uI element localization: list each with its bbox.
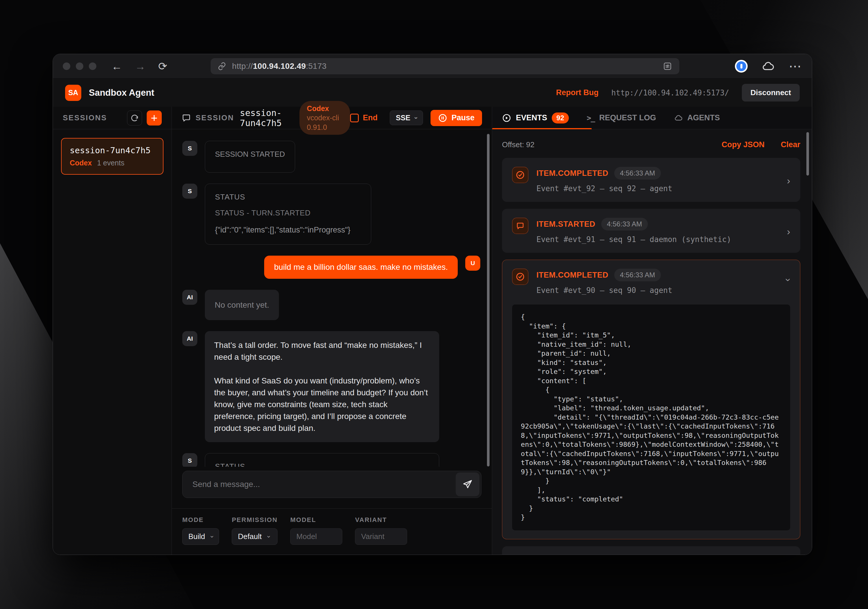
pause-button[interactable]: Pause: [431, 110, 482, 126]
user-avatar: U: [465, 256, 480, 270]
model-input[interactable]: [290, 528, 342, 545]
window-controls[interactable]: [63, 62, 96, 70]
mode-select[interactable]: Build›: [182, 528, 219, 545]
chat-panel: SESSION session-7un4c7h5 Codex vcodex-cl…: [172, 107, 492, 555]
status-card: STATUS STATUS - THREAD.TOKEN_USAGE.UPDAT…: [205, 453, 439, 467]
pause-icon: [438, 113, 447, 123]
check-circle-icon: [512, 269, 528, 285]
link-icon: [218, 62, 226, 71]
message-list[interactable]: S SESSION STARTED S STATUS STATUS - TURN…: [172, 129, 492, 467]
session-controls: MODE Build› PERMISSION Default› MODEL VA…: [172, 509, 492, 555]
chevron-down-icon: ›: [265, 536, 272, 538]
user-message-bubble: build me a billion dollar saas. make no …: [264, 256, 458, 279]
app-logo: SA: [65, 85, 81, 101]
event-card[interactable]: ITEM.STARTED4:56:33 AM Event #evt_89 – s…: [502, 546, 800, 555]
play-circle-icon: [502, 113, 511, 123]
event-card-expanded[interactable]: ITEM.COMPLETED4:56:33 AM Event #evt_90 –…: [502, 260, 800, 539]
event-json-payload: { "item": { "item_id": "itm_5", "native_…: [512, 304, 790, 530]
status-message-row: S STATUS STATUS - TURN.STARTED {"id":"0"…: [182, 184, 480, 245]
offset-text: Offset: 92: [502, 140, 535, 149]
permission-label: PERMISSION: [232, 516, 277, 524]
events-scrollbar[interactable]: [806, 132, 809, 176]
cloud-icon[interactable]: [761, 60, 775, 73]
system-avatar: S: [182, 141, 197, 156]
system-avatar: S: [182, 453, 197, 467]
end-label[interactable]: End: [363, 113, 378, 122]
report-bug-link[interactable]: Report Bug: [556, 88, 598, 97]
message-input[interactable]: [184, 480, 456, 489]
close-window-button[interactable]: [63, 62, 70, 70]
chevron-down-icon: ›: [413, 117, 419, 119]
user-message-row: build me a billion dollar saas. make no …: [182, 256, 480, 279]
browser-toolbar: ← → ⟳ http://100.94.102.49:5173 ⋯: [53, 54, 812, 78]
reload-icon[interactable]: ⟳: [158, 61, 167, 72]
events-list[interactable]: Offset: 92 Copy JSON Clear ITEM.COMPLETE…: [492, 129, 812, 555]
event-card[interactable]: ITEM.STARTED4:56:33 AM Event #evt_91 – s…: [502, 209, 800, 253]
session-id: session-7un4c7h5: [240, 108, 293, 128]
ai-message-bubble: No content yet.: [205, 290, 279, 320]
message-input-container: [182, 471, 482, 498]
events-count-badge: 92: [552, 113, 569, 124]
event-time-badge: 4:56:33 AM: [614, 269, 661, 281]
password-manager-icon[interactable]: [735, 60, 748, 73]
copy-json-button[interactable]: Copy JSON: [722, 140, 765, 149]
chevron-down-icon: ›: [209, 536, 215, 538]
ai-avatar: AI: [182, 290, 197, 305]
session-started-bubble: SESSION STARTED: [205, 141, 295, 173]
mode-label: MODE: [182, 516, 219, 524]
send-icon: [462, 479, 473, 490]
server-url-text: http://100.94.102.49:5173/: [611, 88, 729, 97]
terminal-icon: >_: [587, 114, 595, 122]
send-button[interactable]: [456, 473, 479, 496]
event-time-badge: 4:56:33 AM: [601, 218, 648, 230]
session-agent-label: Codex: [70, 159, 92, 167]
disconnect-button[interactable]: Disconnect: [742, 84, 800, 102]
model-label: MODEL: [290, 516, 342, 524]
status-card: STATUS STATUS - TURN.STARTED {"id":"0","…: [205, 184, 371, 245]
tab-events[interactable]: EVENTS 92: [502, 113, 569, 124]
session-event-count: 1 events: [97, 159, 124, 167]
event-card[interactable]: ITEM.COMPLETED4:56:33 AM Event #evt_92 –…: [502, 158, 800, 202]
status-message-row: S STATUS STATUS - THREAD.TOKEN_USAGE.UPD…: [182, 453, 480, 467]
chevron-down-icon: ›: [784, 278, 794, 281]
clear-button[interactable]: Clear: [781, 140, 800, 149]
url-text: http://100.94.102.49:5173: [232, 62, 327, 71]
permission-select[interactable]: Default›: [232, 528, 277, 545]
tab-agents[interactable]: AGENTS: [674, 113, 720, 122]
minimize-window-button[interactable]: [76, 62, 83, 70]
transport-select[interactable]: SSE›: [390, 110, 423, 125]
session-chat-icon: [182, 113, 191, 123]
chevron-right-icon: ›: [787, 176, 790, 185]
session-list-item[interactable]: session-7un4c7h5 Codex 1 events: [61, 138, 163, 175]
browser-menu-icon[interactable]: ⋯: [789, 63, 802, 69]
app-title: Sandbox Agent: [89, 88, 154, 98]
address-bar[interactable]: http://100.94.102.49:5173: [211, 58, 679, 74]
chat-scrollbar[interactable]: [487, 134, 490, 467]
end-checkbox[interactable]: [350, 114, 359, 122]
events-panel: EVENTS 92 >_ REQUEST LOG AGENTS Offse: [492, 107, 812, 555]
variant-label: VARIANT: [355, 516, 407, 524]
sessions-title: SESSIONS: [63, 113, 107, 122]
ai-avatar: AI: [182, 331, 197, 346]
refresh-sessions-button[interactable]: [127, 110, 142, 125]
new-session-button[interactable]: +: [147, 110, 162, 125]
browser-window: ← → ⟳ http://100.94.102.49:5173 ⋯ SA San…: [53, 54, 812, 555]
ai-message-row: AI No content yet.: [182, 290, 480, 320]
sessions-sidebar: SESSIONS + session-7un4c7h5 Codex 1 even…: [53, 107, 172, 555]
system-avatar: S: [182, 184, 197, 199]
ai-message-bubble: That’s a tall order. To move fast and “m…: [205, 331, 439, 442]
forward-icon[interactable]: →: [135, 61, 146, 72]
chevron-right-icon: ›: [787, 226, 790, 236]
zoom-window-button[interactable]: [89, 62, 96, 70]
reader-settings-icon[interactable]: [663, 61, 673, 71]
back-icon[interactable]: ←: [112, 61, 122, 72]
event-time-badge: 4:56:33 AM: [614, 167, 661, 179]
ai-message-row: AI That’s a tall order. To move fast and…: [182, 331, 480, 442]
app-header: SA Sandbox Agent Report Bug http://100.9…: [53, 78, 812, 107]
session-name: session-7un4c7h5: [70, 145, 155, 155]
chat-bubble-icon: [512, 218, 528, 234]
check-circle-icon: [512, 167, 528, 183]
tab-request-log[interactable]: >_ REQUEST LOG: [587, 113, 656, 122]
variant-input[interactable]: [355, 528, 407, 545]
system-message-row: S SESSION STARTED: [182, 141, 480, 173]
